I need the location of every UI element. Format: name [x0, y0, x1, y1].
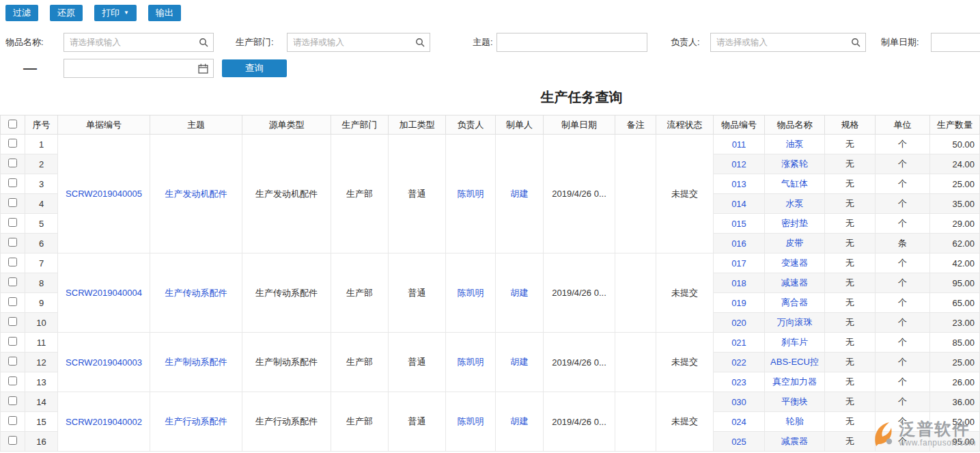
column-header[interactable]: 主题 — [150, 115, 242, 135]
row-checkbox[interactable] — [8, 277, 17, 286]
column-header[interactable]: 负责人 — [446, 115, 496, 135]
quantity: 95.00 — [930, 432, 980, 452]
item-name-link[interactable]: 气缸体 — [765, 174, 825, 194]
column-header[interactable]: 流程状态 — [656, 115, 714, 135]
column-header[interactable]: 制单人 — [496, 115, 544, 135]
item-name-link[interactable]: 减震器 — [765, 432, 825, 452]
item-code-link[interactable]: 025 — [714, 432, 765, 452]
search-icon[interactable] — [199, 38, 213, 47]
row-checkbox[interactable] — [8, 357, 17, 366]
subject-link[interactable]: 生产行动系配件 — [150, 392, 242, 452]
make-date-end-input[interactable] — [64, 59, 198, 77]
item-name-link[interactable]: 水泵 — [765, 194, 825, 214]
column-header[interactable]: 备注 — [615, 115, 656, 135]
doc-number-link[interactable]: SCRW2019040003 — [58, 333, 150, 392]
item-name-link[interactable]: 涨紧轮 — [765, 154, 825, 174]
maker-link[interactable]: 胡建 — [496, 253, 544, 333]
item-name-link[interactable]: 刹车片 — [765, 333, 825, 353]
doc-number-link[interactable]: SCRW2019040004 — [58, 253, 150, 333]
item-code-link[interactable]: 020 — [714, 313, 765, 333]
doc-number-link[interactable]: SCRW2019040002 — [58, 392, 150, 452]
doc-number-link[interactable]: SCRW2019040005 — [58, 135, 150, 253]
row-checkbox[interactable] — [8, 139, 17, 148]
subject-link[interactable]: 生产制动系配件 — [150, 333, 242, 392]
select-all-checkbox[interactable] — [8, 120, 17, 128]
owner-input[interactable] — [711, 33, 851, 51]
row-checkbox[interactable] — [8, 297, 17, 306]
calendar-icon[interactable] — [198, 64, 213, 74]
column-header[interactable]: 物品名称 — [765, 115, 825, 135]
search-icon[interactable] — [415, 38, 430, 47]
item-name-link[interactable]: 减速器 — [765, 273, 825, 293]
item-name-link[interactable]: 轮胎 — [765, 412, 825, 432]
item-name-link[interactable]: 离合器 — [765, 293, 825, 313]
column-header[interactable]: 规格 — [825, 115, 876, 135]
column-header[interactable]: 制单日期 — [544, 115, 615, 135]
item-code-link[interactable]: 016 — [714, 234, 765, 253]
item-code-link[interactable]: 011 — [714, 135, 765, 154]
column-header[interactable]: 物品编号 — [714, 115, 765, 135]
row-checkbox[interactable] — [8, 159, 17, 167]
item-code-link[interactable]: 013 — [714, 174, 765, 194]
item-code-link[interactable]: 018 — [714, 273, 765, 293]
source-type: 生产传动系配件 — [242, 253, 331, 333]
item-name-link[interactable]: 平衡块 — [765, 392, 825, 412]
item-name-link[interactable]: 真空加力器 — [765, 372, 825, 392]
column-header[interactable]: 加工类型 — [389, 115, 446, 135]
print-button[interactable]: 打印 ▼ — [94, 5, 137, 21]
filter-button[interactable]: 过滤 — [5, 5, 38, 21]
column-header[interactable]: 源单类型 — [242, 115, 331, 135]
item-name-link[interactable]: 万向滚珠 — [765, 313, 825, 333]
row-checkbox[interactable] — [8, 416, 17, 425]
item-code-link[interactable]: 023 — [714, 372, 765, 392]
export-button[interactable]: 输出 — [148, 5, 181, 21]
item-code-link[interactable]: 019 — [714, 293, 765, 313]
item-code-link[interactable]: 021 — [714, 333, 765, 353]
row-checkbox[interactable] — [8, 317, 17, 326]
subject-input[interactable] — [497, 33, 647, 51]
maker-link[interactable]: 胡建 — [496, 392, 544, 452]
owner-link[interactable]: 陈凯明 — [446, 135, 496, 253]
item-code-link[interactable]: 022 — [714, 353, 765, 372]
row-checkbox[interactable] — [8, 178, 17, 187]
item-code-link[interactable]: 014 — [714, 194, 765, 214]
column-header[interactable]: 生产部门 — [331, 115, 389, 135]
subject-link[interactable]: 生产发动机配件 — [150, 135, 242, 253]
maker-link[interactable]: 胡建 — [496, 135, 544, 253]
item-name-link[interactable]: ABS-ECU控 — [765, 353, 825, 372]
item-name-link[interactable]: 皮带 — [765, 234, 825, 253]
item-code-link[interactable]: 012 — [714, 154, 765, 174]
query-button[interactable]: 查询 — [222, 59, 287, 77]
item-name-link[interactable]: 密封垫 — [765, 214, 825, 234]
item-name-link[interactable]: 油泵 — [765, 135, 825, 154]
app-window: 过滤 还原 打印 ▼ 输出 物品名称: 生产部门: 主题: 负责人: — [0, 0, 980, 453]
owner-link[interactable]: 陈凯明 — [446, 392, 496, 452]
row-checkbox[interactable] — [8, 396, 17, 405]
column-header[interactable]: 生产数量 — [930, 115, 980, 135]
item-code-link[interactable]: 024 — [714, 412, 765, 432]
row-checkbox[interactable] — [8, 258, 17, 266]
owner-link[interactable]: 陈凯明 — [446, 333, 496, 392]
restore-button[interactable]: 还原 — [50, 5, 83, 21]
item-code-link[interactable]: 030 — [714, 392, 765, 412]
make-date-start-input[interactable] — [932, 33, 980, 51]
item-name-input[interactable] — [64, 33, 199, 51]
column-header[interactable]: 单据编号 — [58, 115, 150, 135]
row-checkbox[interactable] — [8, 436, 17, 445]
row-checkbox[interactable] — [8, 337, 17, 346]
row-checkbox[interactable] — [8, 218, 17, 227]
maker-link[interactable]: 胡建 — [496, 333, 544, 392]
row-checkbox[interactable] — [8, 376, 17, 385]
search-icon[interactable] — [851, 38, 865, 47]
subject-link[interactable]: 生产传动系配件 — [150, 253, 242, 333]
column-header[interactable]: 单位 — [876, 115, 930, 135]
department-input[interactable] — [288, 33, 415, 51]
item-code-link[interactable]: 015 — [714, 214, 765, 234]
column-header[interactable]: 序号 — [25, 115, 58, 135]
item-code-link[interactable]: 017 — [714, 253, 765, 273]
row-checkbox[interactable] — [8, 238, 17, 247]
row-select-cell — [1, 392, 25, 412]
item-name-link[interactable]: 变速器 — [765, 253, 825, 273]
owner-link[interactable]: 陈凯明 — [446, 253, 496, 333]
row-checkbox[interactable] — [8, 198, 17, 207]
